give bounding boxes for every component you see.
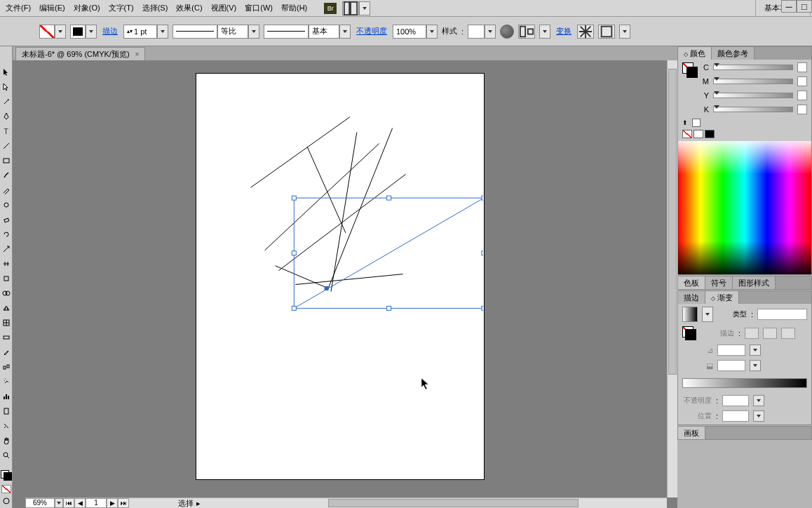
scrollbar-thumb[interactable] bbox=[328, 499, 578, 507]
opacity-field[interactable]: 100% bbox=[393, 25, 426, 39]
channel-k-value[interactable] bbox=[797, 105, 807, 114]
opacity-dropdown[interactable] bbox=[426, 25, 438, 39]
graphic-style-dropdown[interactable] bbox=[485, 25, 496, 39]
bridge-icon[interactable]: Br bbox=[324, 3, 337, 14]
document-tab[interactable]: 未标题-6* @ 69% (CMYK/预览) × bbox=[15, 47, 145, 60]
gradient-position-field[interactable] bbox=[722, 410, 749, 422]
brush-dropdown[interactable] bbox=[339, 25, 351, 39]
stroke-swatch[interactable] bbox=[70, 25, 86, 39]
stroke-align-1[interactable] bbox=[745, 328, 759, 339]
stroke-panel-link[interactable]: 描边 bbox=[101, 26, 119, 36]
direct-selection-tool[interactable] bbox=[1, 81, 11, 94]
gradient-preset-dropdown[interactable] bbox=[702, 307, 713, 322]
zoom-field[interactable]: 69% bbox=[25, 498, 55, 508]
tab-graphic-styles[interactable]: 图形样式 bbox=[733, 276, 776, 289]
shape-builder-tool[interactable] bbox=[1, 287, 11, 300]
graph-tool[interactable] bbox=[1, 389, 11, 403]
selection-tool[interactable] bbox=[1, 66, 11, 79]
pencil-tool[interactable] bbox=[1, 184, 11, 197]
perspective-tool[interactable] bbox=[1, 302, 11, 315]
type-tool[interactable]: T bbox=[1, 125, 11, 138]
select-similar-dropdown[interactable] bbox=[619, 25, 630, 39]
draw-mode-icon[interactable] bbox=[1, 495, 11, 508]
magic-wand-tool[interactable] bbox=[1, 95, 11, 109]
free-transform-tool[interactable] bbox=[1, 272, 11, 286]
arrange-documents-icon[interactable] bbox=[342, 1, 359, 15]
fill-stroke-indicator[interactable] bbox=[1, 470, 12, 481]
maximize-button[interactable]: □ bbox=[797, 0, 812, 13]
first-artboard-button[interactable]: ⏮ bbox=[63, 498, 74, 508]
stroke-weight-field[interactable]: ▴▾1 pt bbox=[123, 25, 157, 39]
tab-swatches[interactable]: 色板 bbox=[678, 276, 705, 289]
menu-object[interactable]: 对象(O) bbox=[69, 1, 104, 15]
panel-fill-stroke-icon[interactable] bbox=[682, 62, 698, 78]
rectangle-tool[interactable] bbox=[1, 154, 11, 168]
eraser-tool[interactable] bbox=[1, 213, 11, 227]
tab-color[interactable]: ◇ 颜色 bbox=[678, 47, 712, 60]
none-color-swatch[interactable] bbox=[682, 130, 692, 138]
gradient-angle-dropdown[interactable] bbox=[750, 345, 761, 356]
graphic-style-swatch[interactable] bbox=[468, 25, 485, 39]
pen-tool[interactable] bbox=[1, 110, 11, 123]
brush-preview[interactable] bbox=[264, 25, 309, 39]
eyedropper-tool[interactable] bbox=[1, 345, 11, 359]
hand-tool[interactable] bbox=[1, 434, 11, 447]
gradient-type-field[interactable] bbox=[757, 309, 807, 320]
tab-stroke[interactable]: 描边 bbox=[678, 291, 705, 304]
gradient-fillstroke-icon[interactable] bbox=[682, 326, 696, 340]
gradient-aspect-field[interactable] bbox=[717, 360, 745, 371]
menu-edit[interactable]: 编辑(E) bbox=[35, 1, 69, 15]
stroke-align-3[interactable] bbox=[781, 328, 795, 339]
channel-m-value[interactable] bbox=[797, 76, 807, 86]
blob-brush-tool[interactable] bbox=[1, 199, 11, 212]
arrange-dropdown[interactable] bbox=[359, 1, 370, 15]
tab-color-guide[interactable]: 颜色参考 bbox=[712, 47, 755, 60]
symbol-sprayer-tool[interactable] bbox=[1, 375, 11, 388]
last-artboard-button[interactable]: ⏭ bbox=[118, 498, 129, 508]
zoom-tool[interactable] bbox=[1, 448, 11, 462]
tab-symbols[interactable]: 符号 bbox=[705, 276, 733, 289]
minimize-button[interactable]: ─ bbox=[781, 0, 797, 13]
rotate-tool[interactable] bbox=[1, 228, 11, 241]
gradient-opacity-field[interactable] bbox=[722, 395, 749, 406]
align-button[interactable] bbox=[518, 25, 535, 39]
vertical-scrollbar[interactable] bbox=[667, 60, 677, 497]
slice-tool[interactable] bbox=[1, 419, 11, 432]
black-swatch[interactable] bbox=[705, 130, 715, 138]
close-tab-icon[interactable]: × bbox=[135, 51, 140, 58]
channel-y-slider[interactable] bbox=[713, 93, 793, 98]
artboard-tool[interactable] bbox=[1, 404, 11, 417]
gradient-opacity-dropdown[interactable] bbox=[753, 395, 764, 406]
stroke-weight-dropdown[interactable] bbox=[157, 25, 168, 39]
menu-view[interactable]: 视图(V) bbox=[207, 1, 241, 15]
white-swatch[interactable] bbox=[693, 130, 703, 138]
fill-dropdown[interactable] bbox=[55, 25, 66, 39]
zoom-dropdown[interactable] bbox=[55, 498, 63, 508]
variable-width-dropdown[interactable] bbox=[248, 25, 259, 39]
channel-m-slider[interactable] bbox=[713, 79, 793, 84]
fill-swatch[interactable] bbox=[39, 25, 55, 39]
tab-artboard[interactable]: 画板 bbox=[678, 427, 705, 439]
channel-c-slider[interactable] bbox=[713, 65, 793, 70]
select-similar-button[interactable] bbox=[598, 25, 615, 39]
menu-help[interactable]: 帮助(H) bbox=[277, 1, 311, 15]
blend-tool[interactable] bbox=[1, 360, 11, 373]
isolate-button[interactable] bbox=[577, 25, 594, 39]
variable-width-preview[interactable] bbox=[172, 25, 217, 39]
toolbox-none-swatch[interactable] bbox=[1, 485, 11, 493]
channel-y-value[interactable] bbox=[797, 91, 807, 100]
color-spectrum[interactable] bbox=[678, 141, 811, 274]
gradient-tool[interactable] bbox=[1, 330, 11, 344]
menu-type[interactable]: 文字(T) bbox=[104, 1, 138, 15]
stroke-align-2[interactable] bbox=[763, 328, 777, 339]
transform-panel-link[interactable]: 变换 bbox=[555, 26, 573, 36]
opacity-panel-link[interactable]: 不透明度 bbox=[355, 26, 388, 36]
align-dropdown[interactable] bbox=[539, 25, 550, 39]
next-artboard-button[interactable]: ▶ bbox=[107, 498, 118, 508]
gradient-position-dropdown[interactable] bbox=[753, 410, 764, 422]
last-color-swatch[interactable] bbox=[692, 119, 701, 127]
menu-file[interactable]: 文件(F) bbox=[1, 1, 35, 15]
menu-window[interactable]: 窗口(W) bbox=[241, 1, 277, 15]
stroke-dropdown[interactable] bbox=[86, 25, 97, 39]
gradient-ramp[interactable] bbox=[682, 378, 807, 388]
